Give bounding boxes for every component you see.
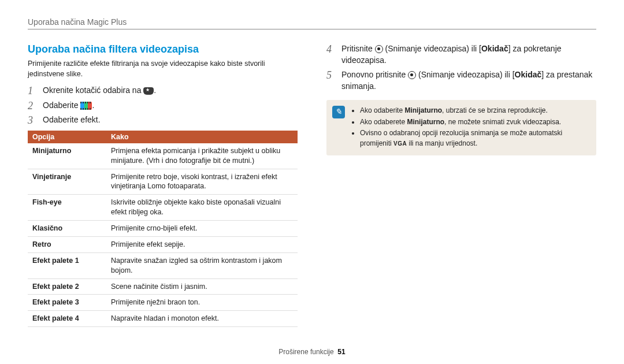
option-name: Klasično — [28, 221, 106, 237]
note-item: Ovisno o odabranoj opciji rezolucija sni… — [360, 128, 588, 148]
th-option: Opcija — [28, 131, 106, 143]
note-box: ✎ Ako odaberite Minijaturno, ubrzati će … — [326, 100, 596, 155]
option-desc: Iskrivite obližnje objekte kako biste op… — [106, 195, 298, 221]
step-text-tail: . — [154, 86, 156, 95]
record-icon — [375, 45, 383, 53]
table-row: Efekt palete 3Primijenite nježni braon t… — [28, 295, 298, 311]
breadcrumb: Uporaba načina Magic Plus — [28, 17, 596, 27]
divider — [28, 29, 596, 29]
step-text: Odaberite efekt. — [43, 115, 101, 124]
option-name: Efekt palete 3 — [28, 295, 106, 311]
note-text: ili na manju vrijednost. — [407, 139, 477, 147]
footer: Proširene funkcije 51 — [0, 348, 624, 356]
option-desc: Primijenite efekt sepije. — [106, 236, 298, 252]
step-number: 5 — [326, 68, 332, 83]
table-row: RetroPrimijenite efekt sepije. — [28, 236, 298, 252]
step-3: 3 Odaberite efekt. — [28, 114, 298, 126]
table-row: VinjetiranjePrimijenite retro boje, viso… — [28, 169, 298, 195]
step-number: 3 — [28, 113, 33, 128]
table-row: Efekt palete 4Napravite hladan i monoton… — [28, 311, 298, 327]
option-name: Vinjetiranje — [28, 169, 106, 195]
step-text-tail: . — [92, 101, 94, 110]
shutter-bold: Okidač — [481, 44, 508, 53]
intro-text: Primijenite različite efekte filtriranja… — [28, 59, 298, 79]
step-2: 2 Odaberite . — [28, 100, 298, 112]
mode-dial-icon — [143, 87, 154, 95]
step-text: Pritisnite — [341, 44, 375, 53]
table-row: KlasičnoPrimijenite crno-bijeli efekt. — [28, 221, 298, 237]
step-text: (Snimanje videozapisa) ili [ — [416, 70, 514, 79]
option-desc: Primijenite retro boje, visoki kontrast,… — [106, 169, 298, 195]
options-table: Opcija Kako MinijaturnoPrimjena efekta p… — [28, 131, 298, 327]
shutter-bold: Okidač — [515, 70, 542, 79]
options-tbody: MinijaturnoPrimjena efekta pomicanja i p… — [28, 143, 298, 327]
option-name: Minijaturno — [28, 143, 106, 169]
option-name: Efekt palete 4 — [28, 311, 106, 327]
table-row: Efekt palete 2Scene načinite čistim i ja… — [28, 278, 298, 295]
note-text: , ne možete snimati zvuk videozapisa. — [444, 118, 561, 126]
option-desc: Primijenite crno-bijeli efekt. — [106, 221, 298, 237]
columns: Uporaba načina filtera videozapisa Primi… — [28, 43, 596, 327]
option-name: Efekt palete 2 — [28, 278, 106, 295]
note-text: , ubrzati će se brzina reprodukcije. — [442, 106, 548, 114]
page-number: 51 — [337, 348, 345, 356]
left-column: Uporaba načina filtera videozapisa Primi… — [28, 43, 298, 327]
step-number: 4 — [326, 42, 332, 57]
table-row: Efekt palete 1Napravite snažan izgled sa… — [28, 252, 298, 278]
option-name: Fish-eye — [28, 195, 106, 221]
steps-left: 1 Okrenite kotačić odabira na . 2 Odaber… — [28, 85, 298, 126]
table-row: Fish-eyeIskrivite obližnje objekte kako … — [28, 195, 298, 221]
filmstrip-icon — [80, 102, 92, 110]
record-icon — [408, 71, 416, 79]
section-heading: Uporaba načina filtera videozapisa — [28, 43, 298, 55]
note-text: Ako odaberite — [360, 106, 404, 114]
note-bold: Minijaturno — [404, 106, 442, 114]
note-icon: ✎ — [332, 106, 345, 118]
note-bold: Minijaturno — [407, 118, 444, 126]
step-text: (Snimanje videozapisa) ili [ — [383, 44, 481, 53]
step-4: 4 Pritisnite (Snimanje videozapisa) ili … — [326, 43, 596, 66]
th-how: Kako — [106, 131, 298, 143]
step-number: 1 — [28, 84, 33, 98]
option-desc: Primijenite nježni braon ton. — [106, 295, 298, 311]
step-text: Odaberite — [43, 101, 80, 110]
table-row: MinijaturnoPrimjena efekta pomicanja i p… — [28, 143, 298, 169]
option-desc: Napravite snažan izgled sa oštrim kontra… — [106, 252, 298, 278]
step-text: Ponovno pritisnite — [341, 70, 408, 79]
option-desc: Primjena efekta pomicanja i prikažite su… — [106, 143, 298, 169]
footer-section: Proširene funkcije — [278, 348, 333, 356]
steps-right: 4 Pritisnite (Snimanje videozapisa) ili … — [326, 43, 596, 92]
option-name: Retro — [28, 236, 106, 252]
vga-label: VGA — [393, 140, 407, 147]
option-desc: Scene načinite čistim i jasnim. — [106, 278, 298, 295]
step-1: 1 Okrenite kotačić odabira na . — [28, 85, 298, 96]
step-5: 5 Ponovno pritisnite (Snimanje videozapi… — [326, 69, 596, 92]
step-number: 2 — [28, 99, 33, 113]
note-item: Ako odaberete Minijaturno, ne možete sni… — [360, 117, 588, 127]
page-root: Uporaba načina Magic Plus Uporaba načina… — [0, 0, 624, 364]
right-column: 4 Pritisnite (Snimanje videozapisa) ili … — [326, 43, 596, 327]
note-item: Ako odaberite Minijaturno, ubrzati će se… — [360, 106, 588, 116]
step-text: Okrenite kotačić odabira na — [43, 86, 143, 95]
note-list: Ako odaberite Minijaturno, ubrzati će se… — [352, 106, 588, 148]
option-name: Efekt palete 1 — [28, 252, 106, 278]
option-desc: Napravite hladan i monoton efekt. — [106, 311, 298, 327]
note-text: Ako odaberete — [360, 118, 407, 126]
